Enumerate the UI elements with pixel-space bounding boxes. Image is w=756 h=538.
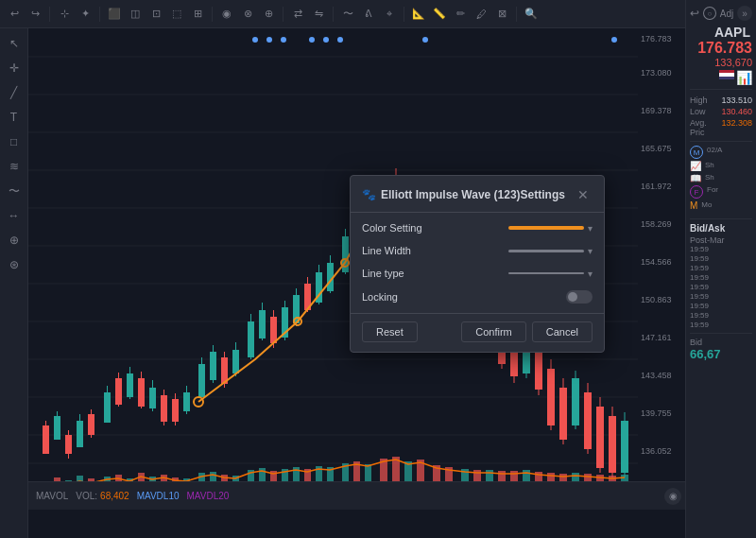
low-row: Low 130.460 — [690, 107, 752, 116]
time-row-2: 19:59 — [690, 254, 752, 263]
toolbar-icon-12[interactable]: ⇄ — [289, 6, 306, 23]
toolbar-icon-14[interactable]: ᕕ — [360, 6, 377, 23]
tool-magnet[interactable]: ⊛ — [5, 255, 24, 274]
locking-label: Locking — [362, 291, 398, 303]
dialog-close-button[interactable]: ✕ — [574, 185, 593, 204]
tool-cursor[interactable]: ↖ — [5, 34, 24, 53]
svg-text:136.052: 136.052 — [641, 446, 672, 456]
time-row-1: 19:59 — [690, 245, 752, 253]
color-setting-control[interactable]: ▾ — [508, 223, 593, 234]
toolbar-sep-7 — [516, 7, 517, 22]
toolbar-icon-15[interactable]: ⌖ — [381, 6, 398, 23]
color-setting-label: Color Setting — [362, 222, 422, 234]
toolbar-icon-9[interactable]: ◉ — [218, 6, 235, 23]
toolbar-icon-wave[interactable]: 〜 — [339, 6, 356, 23]
vol-value: 68,402 — [100, 491, 129, 501]
toolbar-icon-5[interactable]: ◫ — [127, 6, 144, 23]
line-type-track[interactable] — [508, 272, 584, 274]
tool-fib[interactable]: ≋ — [5, 157, 24, 176]
toolbar-icon-6[interactable]: ⊡ — [147, 6, 164, 23]
toolbar-icon-20[interactable]: ⊠ — [493, 6, 510, 23]
sh-label: Sh — [705, 161, 714, 171]
mavdl20-indicator: MAVDL20 — [187, 491, 230, 501]
tool-crosshair[interactable]: ✛ — [5, 59, 24, 78]
chart-icon[interactable]: 📈 — [690, 161, 701, 171]
toolbar-icon-19[interactable]: 🖊 — [472, 6, 490, 23]
toolbar-icon-4[interactable]: ⬛ — [106, 6, 123, 23]
dialog-header: 🐾 Elliott Impulse Wave (123)Settings ✕ — [351, 176, 604, 213]
toolbar-sep-6 — [404, 7, 404, 22]
divider-1 — [690, 89, 752, 90]
flag-icon — [719, 70, 734, 79]
dialog-wave-icon: 🐾 — [362, 188, 375, 201]
mavol-label: MAVOL — [36, 491, 68, 501]
tool-wave[interactable]: 〜 — [5, 182, 24, 200]
circle-icon[interactable]: ○ — [703, 7, 716, 20]
right-icon-row: ↩ ○ Adj » — [690, 6, 752, 21]
adj-label[interactable]: Adj — [720, 9, 733, 19]
undo-icon[interactable]: ↩ — [690, 7, 699, 20]
mo-icon[interactable]: M — [690, 200, 697, 211]
tool-text[interactable]: T — [5, 108, 24, 127]
toolbar-icon-7[interactable]: ⬚ — [168, 6, 185, 23]
left-toolbar: ↖ ✛ ╱ T □ ≋ 〜 ↔ ⊕ ⊛ — [0, 28, 28, 538]
time-row-8: 19:59 — [690, 311, 752, 320]
toolbar-icon-cursor[interactable]: ⊹ — [56, 6, 73, 23]
toolbar-sep-3 — [212, 7, 213, 22]
toolbar-icon-17[interactable]: 📏 — [431, 6, 448, 23]
locking-row: Locking — [362, 290, 593, 304]
svg-text:173.080: 173.080 — [641, 68, 672, 78]
line-type-control[interactable]: ▾ — [508, 269, 593, 279]
line-type-row: Line type ▾ — [362, 268, 593, 279]
high-row: High 133.510 — [690, 95, 752, 105]
confirm-button[interactable]: Confirm — [461, 321, 526, 342]
action-buttons: Confirm Cancel — [461, 321, 593, 342]
for-icon[interactable]: F — [690, 185, 703, 199]
toolbar-icon-18[interactable]: ✏ — [452, 6, 469, 23]
reset-button[interactable]: Reset — [362, 321, 418, 342]
toolbar-icon-8[interactable]: ⊞ — [189, 6, 206, 23]
settings-dialog: 🐾 Elliott Impulse Wave (123)Settings ✕ C… — [350, 175, 605, 353]
toolbar-icon-11[interactable]: ⊕ — [260, 6, 277, 23]
info-icon[interactable]: M — [690, 146, 703, 159]
line-width-track[interactable] — [508, 250, 584, 252]
divider-2 — [690, 141, 752, 142]
toolbar-sep-5 — [333, 7, 334, 22]
expand-icon[interactable]: » — [737, 6, 752, 21]
time-row-6: 19:59 — [690, 292, 752, 301]
line-width-label: Line Width — [362, 245, 411, 256]
tool-zoom[interactable]: ⊕ — [5, 231, 24, 250]
line-type-arrow-icon: ▾ — [588, 269, 593, 279]
locking-toggle[interactable] — [566, 290, 593, 304]
toolbar-icon-21[interactable]: 🔍 — [523, 6, 540, 23]
divider-3 — [690, 218, 752, 219]
toolbar-icon-1[interactable]: ↩ — [6, 6, 23, 23]
tool-shape[interactable]: □ — [5, 132, 24, 151]
mo-label: Mo — [701, 200, 712, 211]
toolbar-icon-2[interactable]: ↪ — [26, 6, 43, 23]
time-row-3: 19:59 — [690, 264, 752, 272]
avg-row: Avg. Pric 132.308 — [690, 118, 752, 137]
toolbar-icon-16[interactable]: 📐 — [410, 6, 427, 23]
time-row-5: 19:59 — [690, 283, 752, 291]
for-label: For — [707, 185, 718, 199]
cancel-button[interactable]: Cancel — [532, 321, 593, 342]
line-width-control[interactable]: ▾ — [508, 246, 593, 256]
mavdl10-label: MAVDL10 — [137, 491, 180, 501]
svg-text:169.378: 169.378 — [641, 106, 672, 115]
color-swatch[interactable] — [508, 226, 584, 230]
book-icon[interactable]: 📖 — [690, 173, 701, 183]
toolbar-icon-13[interactable]: ⇋ — [310, 6, 327, 23]
tool-line[interactable]: ╱ — [5, 83, 24, 102]
tool-measure[interactable]: ↔ — [5, 206, 24, 225]
nav-icon-1[interactable]: ◉ — [664, 488, 681, 505]
line-width-row: Line Width ▾ — [362, 245, 593, 256]
avg-label: Avg. Pric — [690, 118, 721, 137]
bid-label: Bid — [690, 338, 752, 347]
dialog-title: Elliott Impulse Wave (123)Settings — [381, 188, 565, 201]
date-label: 02/A — [707, 146, 722, 159]
toolbar-icon-10[interactable]: ⊗ — [239, 6, 256, 23]
svg-text:143.458: 143.458 — [641, 371, 672, 380]
toolbar-icon-3[interactable]: ✦ — [77, 6, 94, 23]
svg-point-130 — [281, 37, 286, 43]
